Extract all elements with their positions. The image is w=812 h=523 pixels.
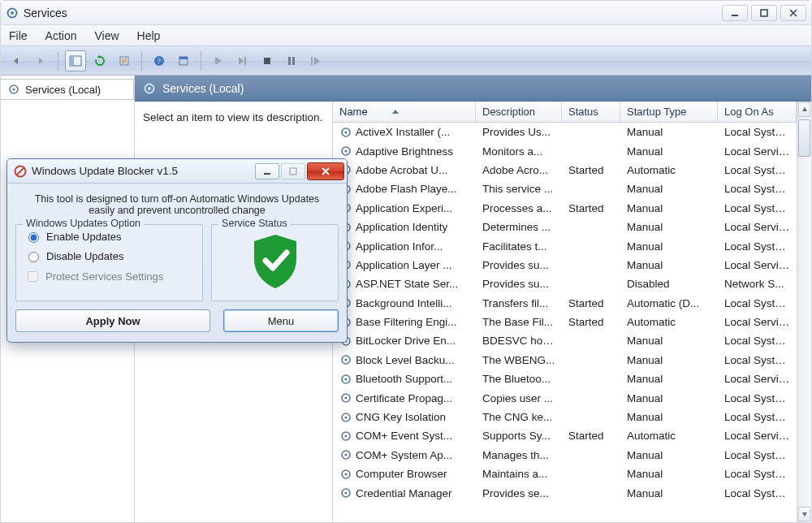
cell-startup: Disabled: [620, 278, 718, 290]
table-row[interactable]: Application IdentityDetermines ...Manual…: [333, 218, 797, 236]
app-icon: [14, 165, 27, 178]
table-row[interactable]: Background Intelli...Transfers fil...Sta…: [333, 294, 797, 313]
refresh-button[interactable]: [89, 50, 110, 71]
table-row[interactable]: Credential ManagerProvides se...ManualLo…: [333, 483, 797, 502]
svg-point-47: [344, 378, 347, 380]
stop-service-button[interactable]: [257, 50, 278, 71]
cell-description: Provides se...: [476, 487, 562, 499]
services-title-bar: Services: [1, 1, 811, 25]
close-button[interactable]: [780, 5, 806, 21]
cell-status: Started: [562, 430, 620, 442]
svg-point-17: [12, 88, 15, 90]
scrollbar-thumb[interactable]: [798, 119, 810, 157]
help-button[interactable]: ?: [149, 50, 170, 71]
properties-button[interactable]: [173, 50, 194, 71]
gear-icon: [7, 83, 20, 96]
restart-service-button[interactable]: [305, 50, 326, 71]
services-table: Name Description Status Startup Type Log…: [333, 102, 797, 522]
cell-name: Adaptive Brightness: [356, 145, 453, 158]
table-row[interactable]: COM+ System Ap...Manages th...ManualLoca…: [333, 446, 797, 465]
enable-updates-radio[interactable]: Enable Updates: [24, 230, 194, 243]
cell-startup: Manual: [620, 449, 718, 461]
gear-icon: [339, 373, 352, 386]
vertical-scrollbar[interactable]: [797, 102, 811, 522]
col-header-logon[interactable]: Log On As: [718, 102, 797, 122]
cell-startup: Automatic: [620, 430, 718, 442]
table-row[interactable]: Adaptive BrightnessMonitors a...ManualLo…: [333, 141, 797, 160]
protect-settings-checkbox[interactable]: Protect Services Settings: [24, 269, 194, 284]
table-row[interactable]: Computer BrowserMaintains a...ManualLoca…: [333, 465, 797, 483]
col-header-startup[interactable]: Startup Type: [620, 102, 718, 122]
back-button[interactable]: [6, 50, 27, 71]
gear-icon: [339, 353, 352, 366]
show-hide-tree-button[interactable]: [65, 50, 86, 71]
maximize-button[interactable]: [751, 5, 777, 21]
table-row[interactable]: Certificate Propag...Copies user ...Manu…: [333, 388, 797, 407]
table-row[interactable]: Application Layer ...Provides su...Manua…: [333, 256, 797, 274]
scroll-up-icon[interactable]: [798, 102, 810, 117]
cell-logon: Local Syste...: [718, 392, 797, 404]
wub-close-button[interactable]: [307, 162, 344, 180]
scroll-down-icon[interactable]: [798, 507, 810, 521]
table-row[interactable]: BitLocker Drive En...BDESVC hos...Manual…: [333, 331, 797, 350]
svg-point-1: [11, 11, 14, 15]
cell-logon: Local Syste...: [718, 468, 797, 480]
svg-rect-2: [732, 15, 738, 16]
table-row[interactable]: Block Level Backu...The WBENG...ManualLo…: [333, 351, 797, 370]
table-row[interactable]: Application Experi...Processes a...Start…: [333, 199, 797, 218]
wub-status-group: Service Status: [211, 224, 339, 301]
pause-service-button[interactable]: [281, 50, 302, 71]
table-row[interactable]: Bluetooth Support...The Bluetoo...Manual…: [333, 370, 797, 388]
wub-minimize-button[interactable]: [255, 163, 279, 179]
cell-startup: Manual: [620, 145, 718, 158]
table-row[interactable]: Adobe Flash Playe...This service ...Manu…: [333, 179, 797, 198]
scrollbar-track[interactable]: [797, 118, 811, 506]
cell-logon: Local Syste...: [718, 449, 797, 461]
svg-rect-5: [70, 56, 74, 66]
gear-icon: [339, 448, 352, 461]
resume-service-button[interactable]: [232, 50, 253, 71]
start-service-button[interactable]: [208, 50, 229, 71]
wub-status-title: Service Status: [218, 218, 291, 229]
cell-description: Copies user ...: [476, 392, 562, 404]
disable-updates-radio[interactable]: Disable Updates: [24, 249, 194, 262]
apply-now-button[interactable]: Apply Now: [15, 309, 210, 332]
cell-status: Started: [562, 164, 620, 176]
cell-description: Supports Sy...: [476, 430, 562, 442]
cell-description: Transfers fil...: [476, 297, 562, 309]
toolbar: ?: [1, 46, 811, 76]
minimize-button[interactable]: [722, 5, 748, 21]
cell-description: The Base Fil...: [476, 316, 562, 328]
menu-help[interactable]: Help: [136, 28, 162, 44]
export-list-button[interactable]: [114, 50, 135, 71]
menu-file[interactable]: File: [7, 28, 29, 44]
menu-bar: File Action View Help: [1, 25, 811, 46]
table-row[interactable]: Base Filtering Engi...The Base Fil...Sta…: [333, 313, 797, 331]
tree-item-services-local[interactable]: Services (Local): [1, 79, 134, 100]
protect-settings-label: Protect Services Settings: [45, 270, 163, 283]
cell-startup: Manual: [620, 411, 718, 423]
cell-description: Processes a...: [476, 202, 562, 214]
cell-name: COM+ System Ap...: [356, 449, 452, 461]
cell-name: Bluetooth Support...: [356, 373, 452, 385]
table-row[interactable]: ActiveX Installer (...Provides Us...Manu…: [333, 123, 797, 141]
cell-logon: Local Service: [718, 259, 797, 271]
wub-title-bar: Windows Update Blocker v1.5: [7, 159, 347, 184]
svg-point-21: [344, 131, 347, 133]
table-row[interactable]: Application Infor...Facilitates t...Manu…: [333, 236, 797, 255]
cell-description: Provides Us...: [476, 126, 562, 138]
forward-button[interactable]: [30, 50, 51, 71]
col-header-status[interactable]: Status: [562, 102, 620, 122]
table-row[interactable]: ASP.NET State Ser...Provides su...Disabl…: [333, 274, 797, 293]
table-row[interactable]: CNG Key IsolationThe CNG ke...ManualLoca…: [333, 408, 797, 426]
menu-action[interactable]: Action: [44, 28, 79, 44]
menu-view[interactable]: View: [93, 28, 120, 44]
gear-icon: [143, 82, 156, 95]
table-row[interactable]: Adobe Acrobat U...Adobe Acro...StartedAu…: [333, 161, 797, 179]
right-panel-title: Services (Local): [162, 82, 244, 95]
menu-button[interactable]: Menu: [223, 309, 339, 332]
cell-logon: Local Syste...: [718, 164, 797, 176]
col-header-name[interactable]: Name: [333, 102, 476, 122]
col-header-description[interactable]: Description: [476, 102, 562, 122]
table-row[interactable]: COM+ Event Syst...Supports Sy...StartedA…: [333, 426, 797, 445]
